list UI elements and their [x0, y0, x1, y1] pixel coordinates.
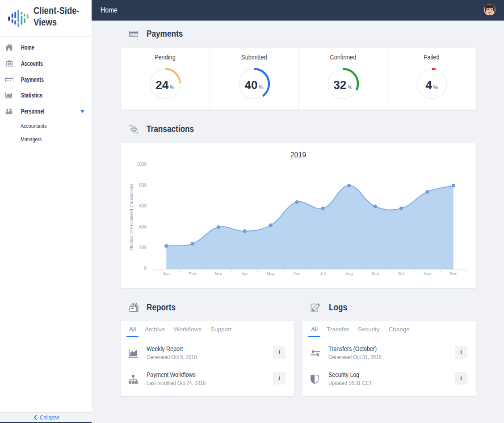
svg-text:Aug: Aug — [345, 271, 353, 276]
svg-text:Jan: Jan — [163, 271, 170, 276]
svg-text:600: 600 — [139, 203, 147, 208]
svg-text:Feb: Feb — [189, 271, 196, 276]
svg-text:Jul: Jul — [320, 271, 326, 276]
svg-text:Apr: Apr — [241, 271, 248, 276]
svg-text:400: 400 — [139, 224, 147, 229]
svg-text:2019: 2019 — [290, 151, 307, 159]
svg-text:Number of Processed Transactio: Number of Processed Transactions — [129, 184, 134, 250]
svg-text:May: May — [267, 271, 275, 276]
svg-text:Oct: Oct — [398, 271, 405, 276]
svg-text:1000: 1000 — [137, 162, 147, 167]
svg-text:Sep: Sep — [371, 271, 379, 276]
svg-text:Nov: Nov — [424, 271, 431, 276]
svg-text:Dec: Dec — [449, 271, 457, 276]
svg-text:200: 200 — [139, 245, 147, 250]
svg-text:Jun: Jun — [294, 271, 300, 276]
svg-text:Mar: Mar — [215, 271, 222, 276]
svg-text:800: 800 — [139, 183, 147, 188]
svg-text:0: 0 — [144, 266, 147, 271]
